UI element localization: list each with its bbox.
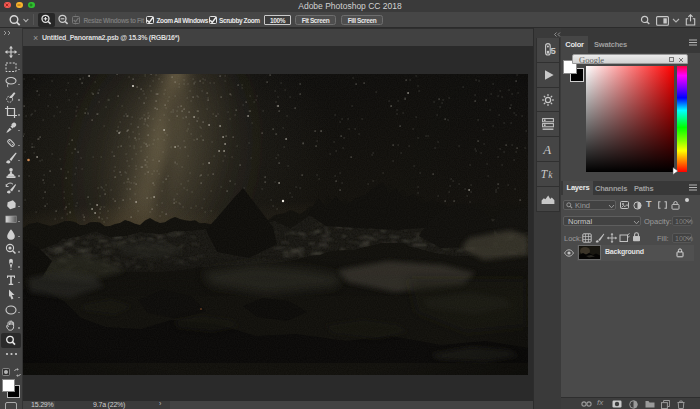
svg-text:5: 5 xyxy=(551,45,556,56)
svg-text:k: k xyxy=(548,170,553,180)
svg-text:A: A xyxy=(542,142,551,157)
